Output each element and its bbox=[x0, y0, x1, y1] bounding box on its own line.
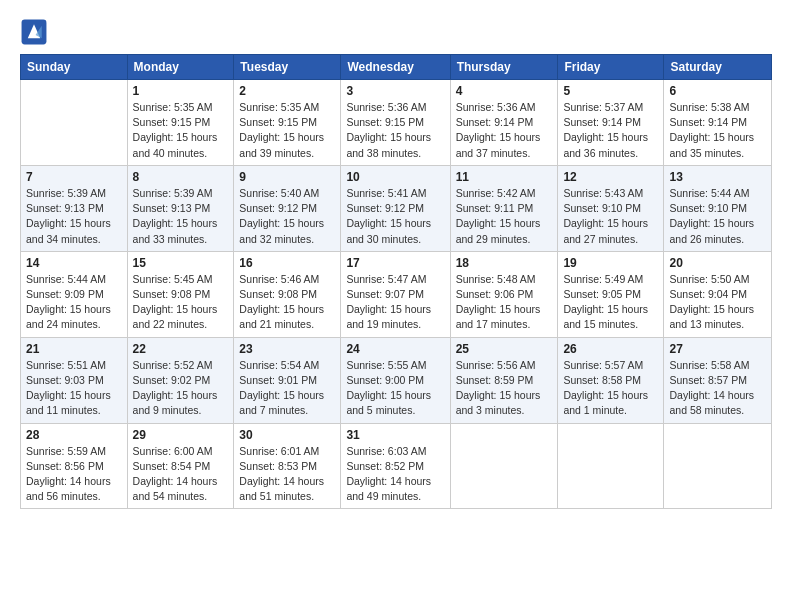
weekday-header-sunday: Sunday bbox=[21, 55, 128, 80]
day-number: 3 bbox=[346, 84, 444, 98]
day-number: 6 bbox=[669, 84, 766, 98]
day-number: 17 bbox=[346, 256, 444, 270]
header bbox=[20, 18, 772, 46]
day-info: Sunrise: 5:36 AM Sunset: 9:14 PM Dayligh… bbox=[456, 100, 553, 161]
weekday-header-row: SundayMondayTuesdayWednesdayThursdayFrid… bbox=[21, 55, 772, 80]
day-info: Sunrise: 5:42 AM Sunset: 9:11 PM Dayligh… bbox=[456, 186, 553, 247]
calendar-cell: 5Sunrise: 5:37 AM Sunset: 9:14 PM Daylig… bbox=[558, 80, 664, 166]
week-row-2: 7Sunrise: 5:39 AM Sunset: 9:13 PM Daylig… bbox=[21, 165, 772, 251]
calendar-cell: 24Sunrise: 5:55 AM Sunset: 9:00 PM Dayli… bbox=[341, 337, 450, 423]
day-number: 14 bbox=[26, 256, 122, 270]
calendar-cell: 15Sunrise: 5:45 AM Sunset: 9:08 PM Dayli… bbox=[127, 251, 234, 337]
day-number: 8 bbox=[133, 170, 229, 184]
calendar-cell: 19Sunrise: 5:49 AM Sunset: 9:05 PM Dayli… bbox=[558, 251, 664, 337]
day-info: Sunrise: 6:01 AM Sunset: 8:53 PM Dayligh… bbox=[239, 444, 335, 505]
calendar-cell bbox=[450, 423, 558, 509]
day-number: 10 bbox=[346, 170, 444, 184]
day-number: 24 bbox=[346, 342, 444, 356]
day-number: 1 bbox=[133, 84, 229, 98]
weekday-header-monday: Monday bbox=[127, 55, 234, 80]
calendar-cell: 28Sunrise: 5:59 AM Sunset: 8:56 PM Dayli… bbox=[21, 423, 128, 509]
day-info: Sunrise: 5:37 AM Sunset: 9:14 PM Dayligh… bbox=[563, 100, 658, 161]
day-number: 5 bbox=[563, 84, 658, 98]
day-number: 31 bbox=[346, 428, 444, 442]
day-number: 16 bbox=[239, 256, 335, 270]
day-info: Sunrise: 5:45 AM Sunset: 9:08 PM Dayligh… bbox=[133, 272, 229, 333]
logo bbox=[20, 18, 50, 46]
day-number: 20 bbox=[669, 256, 766, 270]
day-number: 26 bbox=[563, 342, 658, 356]
calendar-cell: 27Sunrise: 5:58 AM Sunset: 8:57 PM Dayli… bbox=[664, 337, 772, 423]
day-info: Sunrise: 5:57 AM Sunset: 8:58 PM Dayligh… bbox=[563, 358, 658, 419]
logo-icon bbox=[20, 18, 48, 46]
day-number: 28 bbox=[26, 428, 122, 442]
day-number: 13 bbox=[669, 170, 766, 184]
day-info: Sunrise: 5:51 AM Sunset: 9:03 PM Dayligh… bbox=[26, 358, 122, 419]
calendar-cell: 12Sunrise: 5:43 AM Sunset: 9:10 PM Dayli… bbox=[558, 165, 664, 251]
day-info: Sunrise: 5:41 AM Sunset: 9:12 PM Dayligh… bbox=[346, 186, 444, 247]
day-info: Sunrise: 5:39 AM Sunset: 9:13 PM Dayligh… bbox=[133, 186, 229, 247]
day-info: Sunrise: 5:46 AM Sunset: 9:08 PM Dayligh… bbox=[239, 272, 335, 333]
calendar-cell: 22Sunrise: 5:52 AM Sunset: 9:02 PM Dayli… bbox=[127, 337, 234, 423]
day-number: 18 bbox=[456, 256, 553, 270]
day-number: 21 bbox=[26, 342, 122, 356]
day-number: 27 bbox=[669, 342, 766, 356]
calendar-table: SundayMondayTuesdayWednesdayThursdayFrid… bbox=[20, 54, 772, 509]
day-info: Sunrise: 5:35 AM Sunset: 9:15 PM Dayligh… bbox=[239, 100, 335, 161]
day-info: Sunrise: 5:52 AM Sunset: 9:02 PM Dayligh… bbox=[133, 358, 229, 419]
day-number: 22 bbox=[133, 342, 229, 356]
calendar-cell: 9Sunrise: 5:40 AM Sunset: 9:12 PM Daylig… bbox=[234, 165, 341, 251]
day-info: Sunrise: 5:58 AM Sunset: 8:57 PM Dayligh… bbox=[669, 358, 766, 419]
calendar-cell: 26Sunrise: 5:57 AM Sunset: 8:58 PM Dayli… bbox=[558, 337, 664, 423]
day-number: 11 bbox=[456, 170, 553, 184]
day-info: Sunrise: 5:36 AM Sunset: 9:15 PM Dayligh… bbox=[346, 100, 444, 161]
week-row-1: 1Sunrise: 5:35 AM Sunset: 9:15 PM Daylig… bbox=[21, 80, 772, 166]
calendar-cell: 7Sunrise: 5:39 AM Sunset: 9:13 PM Daylig… bbox=[21, 165, 128, 251]
day-info: Sunrise: 6:00 AM Sunset: 8:54 PM Dayligh… bbox=[133, 444, 229, 505]
day-number: 9 bbox=[239, 170, 335, 184]
calendar-cell: 6Sunrise: 5:38 AM Sunset: 9:14 PM Daylig… bbox=[664, 80, 772, 166]
calendar-cell: 8Sunrise: 5:39 AM Sunset: 9:13 PM Daylig… bbox=[127, 165, 234, 251]
day-number: 25 bbox=[456, 342, 553, 356]
day-info: Sunrise: 5:49 AM Sunset: 9:05 PM Dayligh… bbox=[563, 272, 658, 333]
day-info: Sunrise: 5:50 AM Sunset: 9:04 PM Dayligh… bbox=[669, 272, 766, 333]
calendar-cell: 11Sunrise: 5:42 AM Sunset: 9:11 PM Dayli… bbox=[450, 165, 558, 251]
calendar-cell: 16Sunrise: 5:46 AM Sunset: 9:08 PM Dayli… bbox=[234, 251, 341, 337]
day-info: Sunrise: 5:38 AM Sunset: 9:14 PM Dayligh… bbox=[669, 100, 766, 161]
calendar-cell: 30Sunrise: 6:01 AM Sunset: 8:53 PM Dayli… bbox=[234, 423, 341, 509]
calendar-cell: 2Sunrise: 5:35 AM Sunset: 9:15 PM Daylig… bbox=[234, 80, 341, 166]
calendar-cell: 10Sunrise: 5:41 AM Sunset: 9:12 PM Dayli… bbox=[341, 165, 450, 251]
day-info: Sunrise: 6:03 AM Sunset: 8:52 PM Dayligh… bbox=[346, 444, 444, 505]
day-info: Sunrise: 5:48 AM Sunset: 9:06 PM Dayligh… bbox=[456, 272, 553, 333]
page: SundayMondayTuesdayWednesdayThursdayFrid… bbox=[0, 0, 792, 527]
calendar-cell: 1Sunrise: 5:35 AM Sunset: 9:15 PM Daylig… bbox=[127, 80, 234, 166]
day-number: 29 bbox=[133, 428, 229, 442]
weekday-header-tuesday: Tuesday bbox=[234, 55, 341, 80]
calendar-cell: 31Sunrise: 6:03 AM Sunset: 8:52 PM Dayli… bbox=[341, 423, 450, 509]
weekday-header-friday: Friday bbox=[558, 55, 664, 80]
week-row-3: 14Sunrise: 5:44 AM Sunset: 9:09 PM Dayli… bbox=[21, 251, 772, 337]
day-info: Sunrise: 5:47 AM Sunset: 9:07 PM Dayligh… bbox=[346, 272, 444, 333]
weekday-header-thursday: Thursday bbox=[450, 55, 558, 80]
day-number: 23 bbox=[239, 342, 335, 356]
calendar-cell: 23Sunrise: 5:54 AM Sunset: 9:01 PM Dayli… bbox=[234, 337, 341, 423]
calendar-cell: 25Sunrise: 5:56 AM Sunset: 8:59 PM Dayli… bbox=[450, 337, 558, 423]
day-info: Sunrise: 5:54 AM Sunset: 9:01 PM Dayligh… bbox=[239, 358, 335, 419]
week-row-4: 21Sunrise: 5:51 AM Sunset: 9:03 PM Dayli… bbox=[21, 337, 772, 423]
calendar-cell bbox=[664, 423, 772, 509]
day-info: Sunrise: 5:59 AM Sunset: 8:56 PM Dayligh… bbox=[26, 444, 122, 505]
day-number: 7 bbox=[26, 170, 122, 184]
calendar-cell: 17Sunrise: 5:47 AM Sunset: 9:07 PM Dayli… bbox=[341, 251, 450, 337]
calendar-cell: 13Sunrise: 5:44 AM Sunset: 9:10 PM Dayli… bbox=[664, 165, 772, 251]
day-info: Sunrise: 5:35 AM Sunset: 9:15 PM Dayligh… bbox=[133, 100, 229, 161]
day-number: 15 bbox=[133, 256, 229, 270]
calendar-cell: 21Sunrise: 5:51 AM Sunset: 9:03 PM Dayli… bbox=[21, 337, 128, 423]
day-info: Sunrise: 5:44 AM Sunset: 9:09 PM Dayligh… bbox=[26, 272, 122, 333]
calendar-cell bbox=[558, 423, 664, 509]
calendar-cell: 4Sunrise: 5:36 AM Sunset: 9:14 PM Daylig… bbox=[450, 80, 558, 166]
day-number: 2 bbox=[239, 84, 335, 98]
day-number: 19 bbox=[563, 256, 658, 270]
calendar-cell: 29Sunrise: 6:00 AM Sunset: 8:54 PM Dayli… bbox=[127, 423, 234, 509]
day-info: Sunrise: 5:56 AM Sunset: 8:59 PM Dayligh… bbox=[456, 358, 553, 419]
day-info: Sunrise: 5:44 AM Sunset: 9:10 PM Dayligh… bbox=[669, 186, 766, 247]
